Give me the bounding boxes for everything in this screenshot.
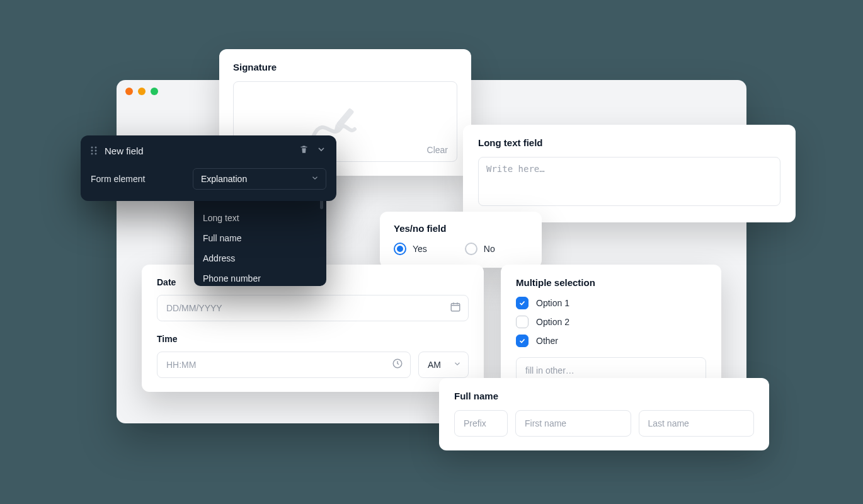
checkbox-icon — [516, 335, 529, 347]
signature-icon — [311, 103, 380, 140]
long-text-title: Long text field — [478, 137, 780, 148]
checkbox-label: Option 1 — [536, 298, 569, 308]
trash-icon[interactable] — [299, 144, 309, 157]
window-minimize-dot[interactable] — [138, 88, 146, 95]
chevron-down-icon — [453, 360, 462, 370]
checkbox-option-2[interactable]: Option 2 — [516, 316, 706, 328]
svg-point-6 — [91, 153, 93, 155]
last-name-input[interactable] — [639, 410, 755, 437]
svg-rect-8 — [451, 304, 460, 311]
prefix-input[interactable] — [454, 410, 508, 437]
time-input[interactable] — [157, 352, 411, 378]
signature-clear-button[interactable]: Clear — [427, 145, 448, 155]
checkbox-other[interactable]: Other — [516, 335, 706, 347]
drag-handle-icon[interactable] — [91, 146, 98, 155]
form-element-select[interactable]: Explanation — [193, 168, 326, 190]
radio-yes-label: Yes — [413, 244, 427, 254]
new-field-title: New field — [105, 146, 293, 156]
dropdown-option[interactable]: Phone number — [194, 268, 326, 289]
checkbox-option-1[interactable]: Option 1 — [516, 297, 706, 309]
svg-point-4 — [91, 150, 93, 152]
window-close-dot[interactable] — [125, 88, 133, 95]
form-element-selected-value: Explanation — [201, 174, 247, 184]
ampm-select[interactable]: AM — [418, 352, 469, 378]
radio-no[interactable]: No — [465, 243, 495, 255]
long-text-area[interactable] — [478, 157, 780, 206]
checkbox-label: Option 2 — [536, 317, 569, 327]
svg-point-3 — [95, 147, 97, 149]
svg-point-7 — [95, 153, 97, 155]
fullname-title: Full name — [454, 391, 754, 401]
yesno-title: Yes/no field — [394, 223, 528, 234]
calendar-icon[interactable] — [450, 301, 461, 315]
dropdown-option[interactable]: Full name — [194, 228, 326, 248]
checkbox-label: Other — [536, 336, 558, 346]
svg-point-2 — [91, 147, 93, 149]
chevron-down-icon[interactable] — [316, 144, 326, 157]
date-input[interactable] — [157, 295, 469, 321]
signature-title: Signature — [233, 62, 457, 72]
checkbox-icon — [516, 297, 529, 309]
dropdown-option[interactable]: Long text — [194, 208, 326, 228]
first-name-input[interactable] — [515, 410, 631, 437]
ampm-value: AM — [428, 360, 441, 370]
fullname-card: Full name — [439, 378, 769, 450]
new-field-panel: New field Form element Explanation — [81, 135, 336, 201]
radio-no-label: No — [484, 244, 495, 254]
checkbox-icon — [516, 316, 529, 328]
multi-title: Multiple selection — [516, 277, 706, 288]
svg-point-5 — [95, 150, 97, 152]
clock-icon[interactable] — [392, 358, 403, 372]
chevron-down-icon — [311, 174, 319, 185]
dropdown-option[interactable]: Address — [194, 248, 326, 268]
long-text-card: Long text field — [463, 125, 796, 222]
window-maximize-dot[interactable] — [151, 88, 158, 95]
radio-yes[interactable]: Yes — [394, 243, 427, 255]
form-element-label: Form element — [91, 174, 185, 184]
yesno-card: Yes/no field Yes No — [380, 212, 542, 268]
time-label: Time — [157, 334, 469, 344]
